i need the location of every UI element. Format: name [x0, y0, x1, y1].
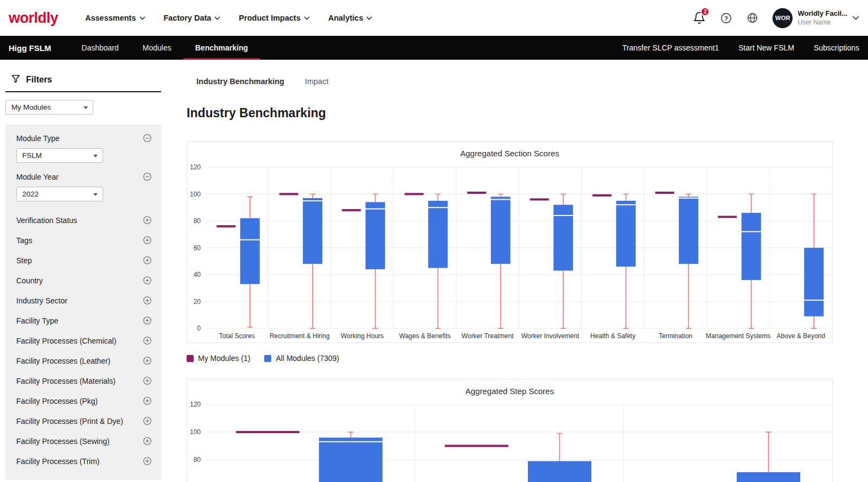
primary-nav-item[interactable]: Analytics: [328, 14, 372, 22]
filter-group-row[interactable]: Facility Processes (Materials): [16, 371, 152, 391]
svg-text:Health & Safety: Health & Safety: [590, 332, 635, 340]
expand-plus-icon[interactable]: [142, 255, 152, 265]
filter-group-row[interactable]: Step: [16, 250, 152, 270]
filter-group-label: Facility Processes (Materials): [16, 377, 116, 385]
app-bar-link[interactable]: Subscriptions: [814, 43, 859, 52]
expand-plus-icon[interactable]: [142, 376, 152, 386]
filter-group-row[interactable]: Verification Status: [16, 210, 152, 230]
tab-impact[interactable]: Impact: [305, 77, 329, 88]
expand-plus-icon[interactable]: [142, 275, 152, 286]
svg-text:Worker Involvement: Worker Involvement: [521, 332, 579, 340]
app-bar: Higg FSLM Dashboard Modules Benchmarking…: [0, 36, 868, 60]
primary-nav-item[interactable]: Product Impacts: [239, 14, 310, 22]
my-modules-swatch: [187, 355, 194, 362]
legend-label: All Modules (7309): [276, 354, 339, 363]
expand-plus-icon[interactable]: [142, 295, 152, 306]
benchmarking-tabs: Industry Benchmarking Impact: [196, 77, 868, 88]
primary-nav-item-label: Factory Data: [164, 14, 212, 22]
user-menu[interactable]: WOR Worldly Facil... User Name: [773, 8, 859, 28]
chevron-down-icon: [304, 16, 310, 20]
expand-plus-icon[interactable]: [142, 335, 152, 346]
svg-text:Wages & Benefits: Wages & Benefits: [399, 332, 451, 340]
expand-plus-icon[interactable]: [142, 356, 152, 366]
chevron-down-icon: [852, 16, 859, 20]
worldly-logo[interactable]: worldly: [9, 10, 58, 27]
tab-industry-benchmarking[interactable]: Industry Benchmarking: [196, 77, 284, 88]
tab-benchmarking[interactable]: Benchmarking: [183, 36, 260, 60]
primary-nav-item[interactable]: Factory Data: [164, 14, 221, 22]
expand-plus-icon[interactable]: [142, 235, 152, 245]
svg-text:100: 100: [190, 191, 201, 198]
help-icon[interactable]: ?: [720, 12, 732, 24]
svg-text:Recruitment & Hiring: Recruitment & Hiring: [270, 332, 330, 340]
filter-group-label: Step: [16, 256, 32, 265]
svg-text:80: 80: [194, 217, 201, 225]
app-bar-link[interactable]: Transfer SLCP assessment1: [622, 43, 719, 52]
filter-group-row[interactable]: Facility Processes (Pkg): [16, 391, 152, 411]
primary-nav-item-label: Product Impacts: [239, 14, 301, 22]
filter-group-row[interactable]: Country: [16, 270, 152, 290]
filter-group-label: Industry Sector: [16, 296, 67, 305]
svg-text:100: 100: [190, 428, 201, 436]
app-bar-links: Transfer SLCP assessment1 Start New FSLM…: [622, 43, 859, 52]
filters-header: Filters: [11, 74, 161, 86]
app-bar-link[interactable]: Start New FSLM: [738, 43, 794, 52]
avatar: WOR: [773, 8, 793, 28]
notifications-bell-icon[interactable]: 2: [693, 11, 706, 24]
filter-group-label: Facility Type: [16, 316, 59, 325]
svg-text:Management Systems: Management Systems: [706, 332, 770, 340]
module-year-select[interactable]: 2022: [16, 187, 103, 201]
expand-plus-icon[interactable]: [142, 436, 152, 446]
filters-divider: [5, 91, 161, 92]
filter-group-row[interactable]: Tags: [16, 230, 152, 250]
expand-plus-icon[interactable]: [142, 416, 152, 426]
notification-badge: 2: [700, 7, 710, 16]
chevron-down-icon: [139, 16, 145, 20]
filter-funnel-icon: [11, 74, 21, 86]
filter-group-label: Facility Processes (Sewing): [16, 437, 110, 446]
svg-text:40: 40: [194, 271, 201, 278]
filter-group-row[interactable]: Facility Processes (Print & Dye): [16, 411, 152, 431]
filter-group-label: Country: [16, 276, 43, 285]
filter-group-row[interactable]: Facility Type: [16, 310, 152, 331]
filter-group-label: Facility Processes (Print & Dye): [16, 417, 123, 426]
tab-modules[interactable]: Modules: [131, 36, 183, 60]
svg-text:20: 20: [194, 298, 201, 306]
expand-plus-icon[interactable]: [142, 315, 152, 326]
step-scores-chart-card: Aggregated Step Scores 020406080100120: [187, 379, 833, 482]
filter-group-row[interactable]: Facility Processes (Leather): [16, 351, 152, 371]
filter-group-label: Tags: [16, 236, 33, 245]
filter-group-row[interactable]: Facility Processes (Trim): [16, 451, 152, 471]
chevron-down-icon: [366, 16, 372, 20]
expand-plus-icon[interactable]: [142, 396, 152, 406]
filter-group-module-year: Module Year 2022: [16, 172, 152, 201]
collapse-minus-icon[interactable]: [142, 172, 152, 182]
collapse-minus-icon[interactable]: [142, 133, 152, 143]
legend-label: My Modules (1): [198, 354, 250, 363]
page-title: Industry Benchmarking: [187, 106, 868, 122]
filters-title: Filters: [26, 75, 52, 85]
expand-plus-icon[interactable]: [142, 456, 152, 466]
all-modules-swatch: [264, 355, 271, 362]
filters-sidebar: Filters My Modules Module Type FSLM Modu…: [0, 60, 161, 482]
filter-group-label: Verification Status: [16, 216, 77, 225]
primary-nav-item[interactable]: Assessments: [85, 14, 145, 22]
module-type-select[interactable]: FSLM: [16, 148, 103, 163]
expand-plus-icon[interactable]: [142, 215, 152, 225]
svg-text:120: 120: [190, 163, 201, 171]
globe-language-icon[interactable]: [746, 12, 758, 24]
module-scope-select[interactable]: My Modules: [5, 100, 93, 115]
svg-text:80: 80: [194, 456, 201, 464]
user-info: Worldly Facil... User Name: [797, 9, 847, 26]
filter-group-row[interactable]: Industry Sector: [16, 290, 152, 310]
filter-group-row[interactable]: Facility Processes (Sewing): [16, 431, 152, 451]
svg-text:Termination: Termination: [659, 332, 692, 340]
svg-text:0: 0: [197, 325, 201, 332]
filter-group-label: Module Type: [16, 134, 60, 143]
filter-group-row[interactable]: Facility Processes (Chemical): [16, 331, 152, 351]
svg-text:Above & Beyond: Above & Beyond: [777, 332, 825, 340]
svg-text:120: 120: [190, 401, 201, 408]
tab-dashboard[interactable]: Dashboard: [69, 36, 131, 60]
svg-text:?: ?: [724, 15, 728, 21]
user-name: User Name: [797, 18, 847, 27]
